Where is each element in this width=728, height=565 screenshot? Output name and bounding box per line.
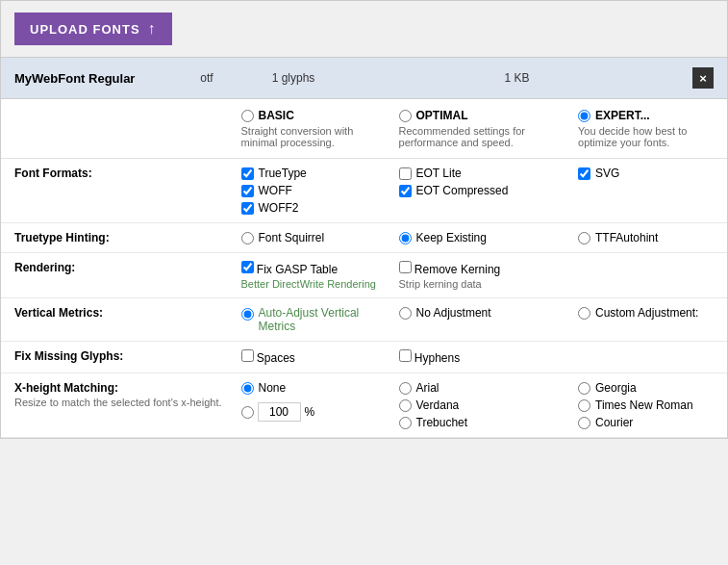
eot-compressed-label[interactable]: EOT Compressed [399,184,560,197]
eot-lite-checkbox[interactable] [399,167,412,180]
xheight-label-strong: X-height Matching: [14,381,118,395]
fix-gasp-group: Fix GASP Table Better DirectWrite Render… [241,261,380,290]
custom-adjustment-label[interactable]: Custom Adjustment: [578,306,717,320]
font-formats-label: Font Formats: [1,159,232,223]
xheight-percent-radio[interactable] [241,406,254,419]
xheight-arial-radio[interactable] [399,382,412,395]
remove-kerning-checkbox[interactable] [399,261,412,273]
eot-compressed-checkbox[interactable] [399,185,412,197]
svg-text: SVG [595,167,619,180]
hinting-label: Truetype Hinting: [1,223,232,253]
xheight-georgia-radio[interactable] [578,382,590,395]
font-size: 1 KB [341,71,692,85]
xheight-courier-radio[interactable] [578,417,590,429]
woff-text: WOFF [259,184,292,197]
xheight-none-radio[interactable] [241,382,254,395]
hyphens-checkbox[interactable] [399,349,412,362]
auto-adjust-radio[interactable] [241,308,254,321]
svg-checkbox[interactable] [578,167,590,180]
xheight-trebuchet-radio[interactable] [399,417,412,429]
remove-font-button[interactable]: × [692,67,714,89]
hyphens-text: Hyphens [414,351,460,365]
fix-gasp-checkbox[interactable] [241,261,254,273]
xheight-verdana-label[interactable]: Verdana [399,398,560,412]
auto-adjust-label[interactable]: Auto-Adjust VerticalMetrics [241,306,380,333]
fix-gasp-text: Fix GASP Table [257,263,338,276]
fix-gasp-sublabel: Better DirectWrite Rendering [241,278,380,290]
truetype-label[interactable]: TrueType [241,167,380,180]
woff2-label[interactable]: WOFF2 [241,201,380,215]
xheight-tnr-radio[interactable] [578,399,590,412]
mode-expert-label[interactable]: EXPERT... [578,109,717,122]
xheight-tnr-text: Times New Roman [595,398,693,412]
font-info-row: MyWebFont Regular otf 1 glyphs 1 KB × [1,57,727,99]
xheight-percent-input[interactable] [258,402,301,422]
remove-kerning-group: Remove Kerning Strip kerning data [399,261,560,290]
mode-basic-desc: Straight conversion with minimal process… [241,125,380,148]
hyphens-label[interactable]: Hyphens [399,351,461,365]
fix-missing-glyphs-row: Fix Missing Glyphs: Spaces Hyphens [1,342,727,373]
mode-expert-option: EXPERT... You decide how best to optimiz… [578,109,717,148]
eot-lite-label[interactable]: EOT Lite [399,167,560,180]
woff2-checkbox[interactable] [241,202,254,215]
xheight-col1-group: None % [241,381,380,422]
xheight-verdana-radio[interactable] [399,399,412,412]
ttfautohint-label[interactable]: TTFAutohint [578,231,717,244]
xheight-courier-label[interactable]: Courier [578,416,717,429]
truetype-checkbox[interactable] [241,167,254,180]
font-squirrel-label[interactable]: Font Squirrel [241,231,380,244]
woff-label[interactable]: WOFF [241,184,380,197]
font-formats-col2: EOT Lite EOT Compressed [389,159,569,223]
mode-expert-radio[interactable] [578,110,590,122]
ttfautohint-radio[interactable] [578,232,590,244]
xheight-trebuchet-label[interactable]: Trebuchet [399,416,560,429]
fix-missing-col1: Spaces [232,342,389,373]
spaces-label[interactable]: Spaces [241,351,295,365]
font-formats-row: Font Formats: TrueType WOFF WOFF2 [1,159,727,223]
xheight-none-label[interactable]: None [241,381,380,395]
xheight-tnr-label[interactable]: Times New Roman [578,398,717,412]
xheight-arial-text: Arial [416,381,439,395]
keep-existing-radio[interactable] [399,232,412,244]
xheight-georgia-text: Georgia [595,381,637,395]
rendering-row: Rendering: Fix GASP Table Better DirectW… [1,253,727,298]
spaces-text: Spaces [257,351,295,365]
fix-missing-col3 [568,342,727,373]
hinting-col2: Keep Existing [389,223,569,253]
font-formats-col1: TrueType WOFF WOFF2 [232,159,389,223]
hinting-row: Truetype Hinting: Font Squirrel Keep Exi… [1,223,727,253]
woff-checkbox[interactable] [241,185,254,197]
mode-expert-title: EXPERT... [595,109,650,122]
mode-optimal-radio[interactable] [399,110,412,122]
keep-existing-label[interactable]: Keep Existing [399,231,560,244]
hinting-col3: TTFAutohint [568,223,727,253]
rendering-col2: Remove Kerning Strip kerning data [389,253,569,298]
no-adjustment-label[interactable]: No Adjustment [399,306,560,320]
xheight-matching-label: X-height Matching: Resize to match the s… [1,373,232,438]
no-adjustment-text: No Adjustment [416,306,491,320]
svg-label[interactable]: SVG [578,167,717,180]
xheight-arial-label[interactable]: Arial [399,381,560,395]
fix-missing-col2: Hyphens [389,342,569,373]
custom-adjustment-radio[interactable] [578,307,590,320]
xheight-col1: None % [232,373,389,438]
hinting-col1: Font Squirrel [232,223,389,253]
xheight-georgia-label[interactable]: Georgia [578,381,717,395]
no-adjustment-radio[interactable] [399,307,412,320]
fix-gasp-label[interactable]: Fix GASP Table [241,263,339,276]
spaces-checkbox[interactable] [241,349,254,362]
xheight-trebuchet-text: Trebuchet [416,416,468,429]
mode-optimal-cell: OPTIMAL Recommended settings for perform… [389,99,569,159]
mode-basic-label[interactable]: BASIC [241,109,380,122]
rendering-label: Rendering: [1,253,232,298]
ttfautohint-text: TTFAutohint [595,231,658,244]
mode-optimal-label[interactable]: OPTIMAL [399,109,560,122]
remove-kerning-label[interactable]: Remove Kerning [399,263,501,276]
font-squirrel-text: Font Squirrel [259,231,325,244]
mode-basic-radio[interactable] [241,110,254,122]
upload-fonts-button[interactable]: UPLOAD FONTS ↑ [14,13,172,45]
font-squirrel-radio[interactable] [241,232,254,244]
percent-input-group: % [241,402,380,422]
rendering-col1: Fix GASP Table Better DirectWrite Render… [232,253,389,298]
font-formats-group3: SVG [578,167,717,180]
